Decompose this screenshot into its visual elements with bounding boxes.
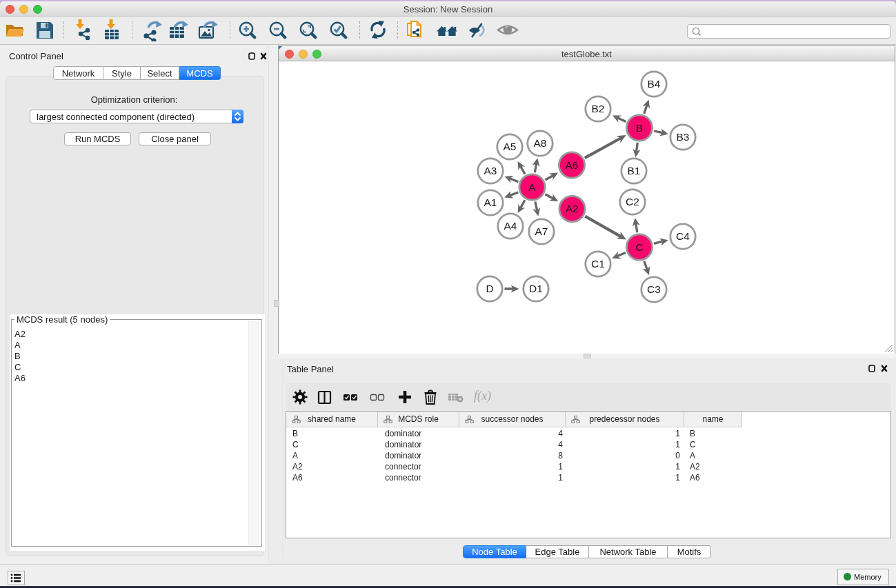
svg-text:B4: B4 xyxy=(648,78,661,90)
svg-text:A2: A2 xyxy=(566,203,579,214)
svg-text:B2: B2 xyxy=(592,103,605,114)
svg-text:A5: A5 xyxy=(504,141,517,152)
svg-text:A3: A3 xyxy=(484,165,497,176)
svg-text:A4: A4 xyxy=(504,220,517,232)
svg-text:D1: D1 xyxy=(529,283,543,294)
svg-text:C2: C2 xyxy=(626,196,639,207)
svg-text:C3: C3 xyxy=(647,283,661,295)
svg-text:A1: A1 xyxy=(484,196,497,208)
svg-text:D: D xyxy=(486,283,493,294)
svg-text:C1: C1 xyxy=(591,258,605,270)
svg-text:A: A xyxy=(528,181,536,193)
svg-text:B: B xyxy=(636,122,643,134)
svg-text:C: C xyxy=(635,241,643,253)
svg-text:C4: C4 xyxy=(676,230,690,242)
svg-text:B3: B3 xyxy=(677,131,690,143)
svg-text:A6: A6 xyxy=(566,159,579,171)
svg-text:A8: A8 xyxy=(534,137,547,149)
svg-text:B1: B1 xyxy=(628,165,641,176)
svg-text:A7: A7 xyxy=(535,225,548,237)
